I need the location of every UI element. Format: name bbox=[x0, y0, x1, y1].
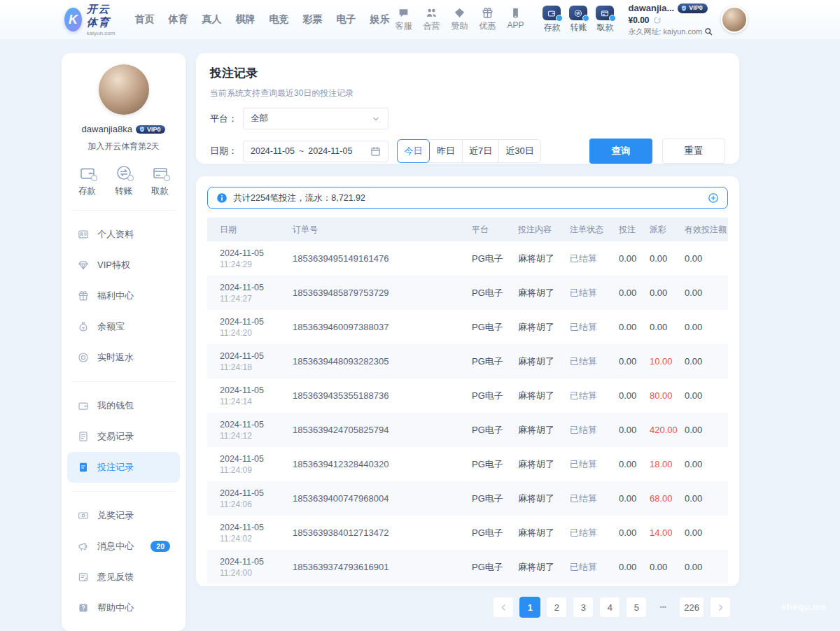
page-button[interactable]: 4 bbox=[599, 597, 620, 618]
nav-item[interactable]: 娱乐 bbox=[368, 10, 391, 29]
platform-select[interactable]: 全部 bbox=[243, 108, 388, 129]
column-header: 注单状态 bbox=[570, 224, 619, 236]
sidebar-item[interactable]: 实时返水 bbox=[67, 342, 180, 373]
expand-plus-icon[interactable] bbox=[708, 192, 719, 204]
date-value: 2024-11-05 bbox=[220, 351, 293, 361]
nav-item[interactable]: 电子 bbox=[334, 10, 358, 29]
sidebar-item-label: 帮助中心 bbox=[97, 602, 134, 614]
date-value: 2024-11-05 bbox=[220, 385, 293, 395]
date-label: 日期： bbox=[210, 145, 243, 157]
nav-item[interactable]: 电竞 bbox=[267, 10, 290, 29]
cell-status: 已结算 bbox=[570, 287, 619, 299]
page-title: 投注记录 bbox=[210, 65, 725, 81]
cell-content: 麻将胡了 bbox=[518, 287, 570, 299]
cell-content: 麻将胡了 bbox=[518, 492, 570, 505]
cell-valid-amount: 0.00 bbox=[685, 527, 715, 538]
reset-button[interactable]: 重置 bbox=[662, 139, 725, 164]
profile-avatar[interactable] bbox=[99, 64, 149, 115]
page-button[interactable]: 1 bbox=[519, 597, 540, 618]
cell-valid-amount: 0.00 bbox=[685, 459, 715, 469]
cell-valid-amount: 0.00 bbox=[685, 493, 715, 504]
sidebar-item-label: VIP特权 bbox=[97, 259, 130, 271]
quick-range-button[interactable]: 近30日 bbox=[499, 140, 540, 162]
quick-link[interactable]: 赞助 bbox=[447, 7, 471, 32]
wallet-action[interactable]: 取款 bbox=[596, 6, 614, 34]
brand-domain: kaiyun.com bbox=[87, 30, 122, 36]
cell-content: 麻将胡了 bbox=[518, 321, 570, 334]
sidebar-item[interactable]: 兑奖记录 bbox=[67, 500, 180, 531]
nav-item[interactable]: 棋牌 bbox=[233, 10, 257, 29]
page-button[interactable]: 226 bbox=[679, 597, 704, 618]
vip-shield-icon bbox=[139, 126, 146, 133]
page-button[interactable]: 2 bbox=[546, 597, 567, 618]
quick-range-button[interactable]: 昨日 bbox=[430, 140, 463, 162]
column-header: 派彩 bbox=[650, 224, 685, 236]
column-header: 平台 bbox=[472, 224, 518, 236]
next-page-button[interactable] bbox=[710, 597, 731, 618]
nav-item[interactable]: 体育 bbox=[166, 10, 190, 29]
sidebar-action[interactable]: 存款 bbox=[78, 164, 96, 197]
cell-platform: PG电子 bbox=[472, 458, 518, 471]
sidebar-item[interactable]: 消息中心20 bbox=[67, 531, 180, 562]
quick-range-button[interactable]: 今日 bbox=[397, 139, 430, 163]
sidebar-item[interactable]: VIP特权 bbox=[67, 250, 180, 281]
refresh-balance-icon[interactable] bbox=[653, 16, 662, 24]
cell-date: 2024-11-0511:24:02 bbox=[220, 523, 293, 544]
sidebar-item[interactable]: 意见反馈 bbox=[67, 562, 180, 593]
quick-link[interactable]: 客服 bbox=[391, 7, 415, 32]
table-row: 2024-11-0511:24:021853639384012713472PG电… bbox=[207, 516, 728, 550]
header-avatar[interactable] bbox=[721, 6, 748, 33]
cell-valid-amount: 0.00 bbox=[685, 322, 715, 332]
column-header: 有效投注额 bbox=[685, 224, 727, 236]
cell-date: 2024-11-0511:24:12 bbox=[220, 420, 293, 441]
sidebar-item[interactable]: 个人资料 bbox=[67, 219, 180, 250]
cell-payout: 420.00 bbox=[650, 425, 685, 435]
nav-item[interactable]: 首页 bbox=[132, 10, 156, 29]
nav-item[interactable]: 彩票 bbox=[300, 10, 324, 29]
sidebar-item[interactable]: 福利中心 bbox=[67, 281, 180, 311]
cell-platform: PG电子 bbox=[472, 492, 518, 505]
cell-status: 已结算 bbox=[570, 492, 619, 505]
nav-item[interactable]: 真人 bbox=[200, 10, 223, 29]
date-value: 2024-11-05 bbox=[220, 523, 293, 532]
wallet-actions: 存款转账取款 bbox=[542, 6, 614, 34]
quick-link[interactable]: 优惠 bbox=[475, 7, 499, 32]
quick-range-button[interactable]: 近7日 bbox=[463, 140, 499, 162]
prev-page-button[interactable] bbox=[493, 597, 514, 618]
pouch-icon bbox=[77, 321, 89, 332]
menu-group: 我的钱包交易记录投注记录 bbox=[62, 385, 186, 488]
cell-order-no: 1853639412328440320 bbox=[293, 459, 472, 469]
joined-note: 加入开云体育第2天 bbox=[62, 141, 186, 153]
sidebar-item-label: 交易记录 bbox=[97, 430, 134, 443]
wallet-action[interactable]: 存款 bbox=[542, 6, 561, 34]
page-button[interactable]: 3 bbox=[573, 597, 594, 618]
sidebar-action[interactable]: 转账 bbox=[115, 164, 132, 197]
cell-order-no: 1853639424705825794 bbox=[293, 425, 472, 435]
query-button[interactable]: 查询 bbox=[589, 139, 652, 164]
quick-link[interactable]: APP bbox=[503, 7, 527, 32]
sidebar-item[interactable]: 余额宝 bbox=[67, 311, 180, 342]
page-subtitle: 当前系统支持查询最近30日的投注记录 bbox=[210, 87, 725, 99]
megaphone-icon bbox=[77, 541, 89, 552]
cell-payout: 0.00 bbox=[650, 288, 685, 298]
wallet-action[interactable]: 转账 bbox=[569, 6, 587, 34]
quick-link[interactable]: 合营 bbox=[419, 7, 443, 32]
sidebar-item[interactable]: 我的钱包 bbox=[67, 390, 180, 421]
sidebar-item[interactable]: 交易记录 bbox=[67, 421, 180, 452]
table-row: 2024-11-0511:24:061853639400747968004PG电… bbox=[207, 481, 728, 516]
cell-payout: 80.00 bbox=[650, 390, 685, 401]
sidebar-item[interactable]: 帮助中心 bbox=[67, 593, 180, 623]
cell-bet: 0.00 bbox=[619, 253, 650, 264]
sidebar-item[interactable]: 投注记录 bbox=[67, 452, 180, 483]
cell-payout: 0.00 bbox=[650, 322, 685, 332]
cell-date: 2024-11-0511:24:27 bbox=[220, 283, 293, 304]
sidebar-item-label: 投注记录 bbox=[97, 461, 134, 474]
cell-bet: 0.00 bbox=[619, 459, 650, 469]
chat-icon bbox=[398, 7, 410, 19]
sidebar-action[interactable]: 取款 bbox=[151, 164, 169, 197]
date-range-input[interactable]: 2024-11-05 ~ 2024-11-05 bbox=[243, 141, 388, 162]
cell-content: 麻将胡了 bbox=[518, 458, 570, 471]
page-button[interactable]: 5 bbox=[626, 597, 647, 618]
brand-logo[interactable]: K 开云体育 kaiyun.com bbox=[64, 3, 121, 36]
search-icon[interactable] bbox=[704, 27, 713, 36]
